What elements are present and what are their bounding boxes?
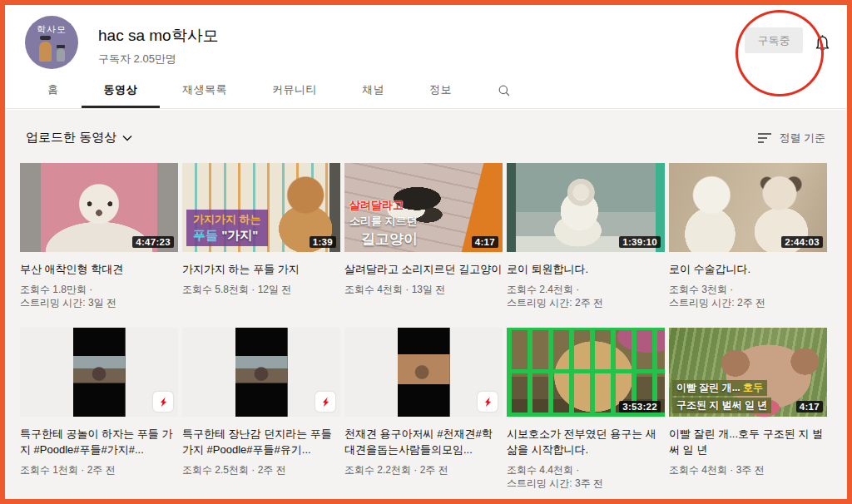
video-thumbnail[interactable] <box>344 328 503 417</box>
video-card: 4:47:23부산 애착인형 학대견조회수 1.8만회 ·스트리밍 시간: 3일… <box>20 163 178 328</box>
sort-label: 정렬 기준 <box>779 131 825 146</box>
caption-segment: 살려달라고 <box>349 199 404 211</box>
video-meta-line: 조회수 5.8천회 · 12일 전 <box>182 283 340 296</box>
video-thumbnail[interactable] <box>182 328 340 417</box>
duration-badge: 3:53:22 <box>619 401 661 413</box>
video-title[interactable]: 천재견 용구아저씨 #천재견#학대견을돕는사람들의모임... <box>344 426 503 457</box>
toolbar: 업로드한 동영상 정렬 기준 <box>5 110 847 146</box>
caption-segment: 구조된 지 벌써 일 년 <box>676 399 767 411</box>
caption-segment: "가지" <box>218 228 258 242</box>
video-title[interactable]: 로이 퇴원합니다. <box>507 261 665 277</box>
tab-about[interactable]: 정보 <box>407 73 474 108</box>
caption-segment: 푸들 <box>193 228 218 242</box>
caption-line: 가지가지 하는 <box>193 212 261 227</box>
video-card: 이빨 잘린 개... 호두구조된 지 벌써 일 년4:17이빨 잘린 개...호… <box>669 328 827 492</box>
sort-button[interactable]: 정렬 기준 <box>758 131 825 146</box>
video-thumbnail[interactable]: 3:53:22 <box>507 328 665 417</box>
video-thumbnail[interactable]: 살려달라고소리를 지르던길고양이4:17 <box>344 163 503 252</box>
video-meta-line: 스트리밍 시간: 3주 전 <box>507 477 665 490</box>
video-card: 가지가지 하는푸들 "가지"1:39가지가지 하는 푸들 가지조회수 5.8천회… <box>182 163 340 328</box>
caption-segment: 호두 <box>741 382 763 393</box>
channel-avatar[interactable]: 학사모 <box>25 16 78 69</box>
video-card: 1:39:10로이 퇴원합니다.조회수 2.4천회 ·스트리밍 시간: 2주 전 <box>507 163 665 328</box>
video-title[interactable]: 특구한테 장난감 던지라는 푸들 가지 #Poodle#푸들#유기... <box>182 426 340 457</box>
duration-badge: 1:39:10 <box>619 236 661 248</box>
video-title[interactable]: 로이 수술갑니다. <box>669 261 827 277</box>
video-card: 2:44:03로이 수술갑니다.조회수 3천회 ·스트리밍 시간: 2주 전 <box>669 163 827 328</box>
video-thumbnail[interactable]: 1:39:10 <box>507 163 665 252</box>
video-thumbnail[interactable] <box>20 328 178 417</box>
tab-channels[interactable]: 채널 <box>339 73 407 108</box>
video-grid: 4:47:23부산 애착인형 학대견조회수 1.8만회 ·스트리밍 시간: 3일… <box>20 163 847 492</box>
notification-bell-icon[interactable] <box>811 31 833 52</box>
avatar-text: 학사모 <box>25 23 78 36</box>
video-meta-line: 조회수 3천회 · <box>669 283 827 296</box>
video-meta-line: 스트리밍 시간: 2주 전 <box>669 296 827 309</box>
duration-badge: 4:47:23 <box>132 236 174 248</box>
video-thumbnail[interactable]: 2:44:03 <box>669 163 827 252</box>
tab-playlists[interactable]: 재생목록 <box>160 73 250 108</box>
duration-badge: 1:39 <box>310 236 336 248</box>
shorts-icon <box>153 392 173 412</box>
channel-content: 업로드한 동영상 정렬 기준 4:47:23부산 애착인형 학대견조회수 1.8… <box>5 110 847 499</box>
video-meta-line: 조회수 1.8만회 · <box>20 283 178 296</box>
video-card: 천재견 용구아저씨 #천재견#학대견을돕는사람들의모임...조회수 2.2천회 … <box>344 328 503 492</box>
video-meta: 조회수 4.4천회 ·스트리밍 시간: 3주 전 <box>507 463 665 490</box>
caption-line: 길고양이 <box>361 230 418 249</box>
caption-segment: 가지가지 하는 <box>193 213 261 225</box>
thumbnail-caption: 가지가지 하는푸들 "가지" <box>186 210 268 246</box>
search-icon[interactable] <box>474 73 534 108</box>
avatar-cat-icon <box>57 48 65 62</box>
caption-line: 푸들 "가지" <box>193 228 258 244</box>
video-meta: 조회수 4천회 · 13일 전 <box>344 283 503 296</box>
avatar-dog-icon <box>39 42 52 62</box>
thumbnail-caption: 이빨 잘린 개... 호두구조된 지 벌써 일 년 <box>672 380 771 413</box>
video-title[interactable]: 시보호소가 전부였던 용구는 새 삶을 시작합니다. <box>507 426 665 457</box>
caption-line: 소리를 지르던 <box>349 214 418 229</box>
duration-badge: 4:17 <box>472 236 498 248</box>
video-meta: 조회수 2.4천회 ·스트리밍 시간: 2주 전 <box>507 283 665 309</box>
tab-videos[interactable]: 동영상 <box>82 73 161 108</box>
video-title[interactable]: 특구한테 공놀이 하자는 푸들 가지 #Poodle#푸들#가지#... <box>20 426 178 457</box>
caption-segment: 이빨 잘린 개... <box>676 382 741 393</box>
caption-line: 살려달라고 <box>349 198 404 213</box>
video-meta-line: 조회수 1천회 · 2주 전 <box>20 463 178 477</box>
video-meta: 조회수 2.5천회 · 2주 전 <box>182 463 340 477</box>
video-title[interactable]: 부산 애착인형 학대견 <box>20 261 178 277</box>
video-meta-line: 조회수 2.2천회 · 2주 전 <box>344 463 503 477</box>
tab-home[interactable]: 홈 <box>25 73 82 108</box>
video-meta-line: 조회수 4천회 · 3주 전 <box>669 463 827 477</box>
video-meta: 조회수 5.8천회 · 12일 전 <box>182 283 340 296</box>
video-meta-line: 조회수 2.5천회 · 2주 전 <box>182 463 340 477</box>
shorts-icon <box>478 392 498 412</box>
caption-segment: 길고양이 <box>361 231 418 247</box>
video-meta: 조회수 2.2천회 · 2주 전 <box>344 463 503 477</box>
duration-badge: 4:17 <box>796 401 823 413</box>
video-card: 특구한테 공놀이 하자는 푸들 가지 #Poodle#푸들#가지#...조회수 … <box>20 328 178 492</box>
uploads-filter-button[interactable]: 업로드한 동영상 <box>26 130 132 146</box>
tab-community[interactable]: 커뮤니티 <box>250 73 339 108</box>
video-title[interactable]: 살려달라고 소리지르던 길고양이 <box>344 261 503 277</box>
annotation-circle <box>736 10 824 96</box>
video-meta: 조회수 3천회 ·스트리밍 시간: 2주 전 <box>669 283 827 309</box>
subscribed-button[interactable]: 구독중 <box>745 27 803 53</box>
channel-page: 학사모 hac sa mo학사모 구독자 2.05만명 구독중 홈동영상재생목록… <box>0 0 852 504</box>
thumbnail-caption: 살려달라고소리를 지르던길고양이 <box>349 198 418 249</box>
caption-line: 이빨 잘린 개... 호두 <box>672 380 767 396</box>
chevron-down-icon <box>122 135 132 141</box>
video-title[interactable]: 이빨 잘린 개...호두 구조된 지 벌써 일 년 <box>669 426 827 457</box>
channel-header: 학사모 hac sa mo학사모 구독자 2.05만명 구독중 홈동영상재생목록… <box>5 5 847 109</box>
video-meta-line: 조회수 2.4천회 · <box>507 283 665 296</box>
video-meta: 조회수 4천회 · 3주 전 <box>669 463 827 477</box>
video-meta-line: 조회수 4천회 · 13일 전 <box>344 283 503 296</box>
video-thumbnail[interactable]: 가지가지 하는푸들 "가지"1:39 <box>182 163 340 252</box>
video-thumbnail[interactable]: 4:47:23 <box>20 163 178 252</box>
video-meta: 조회수 1.8만회 ·스트리밍 시간: 3일 전 <box>20 283 178 309</box>
channel-name: hac sa mo학사모 <box>98 25 219 47</box>
video-thumbnail[interactable]: 이빨 잘린 개... 호두구조된 지 벌써 일 년4:17 <box>669 328 827 417</box>
video-card: 3:53:22시보호소가 전부였던 용구는 새 삶을 시작합니다.조회수 4.4… <box>507 328 665 492</box>
sort-icon <box>758 133 771 143</box>
video-title[interactable]: 가지가지 하는 푸들 가지 <box>182 261 340 277</box>
uploads-label: 업로드한 동영상 <box>26 130 116 146</box>
duration-badge: 2:44:03 <box>781 236 823 248</box>
